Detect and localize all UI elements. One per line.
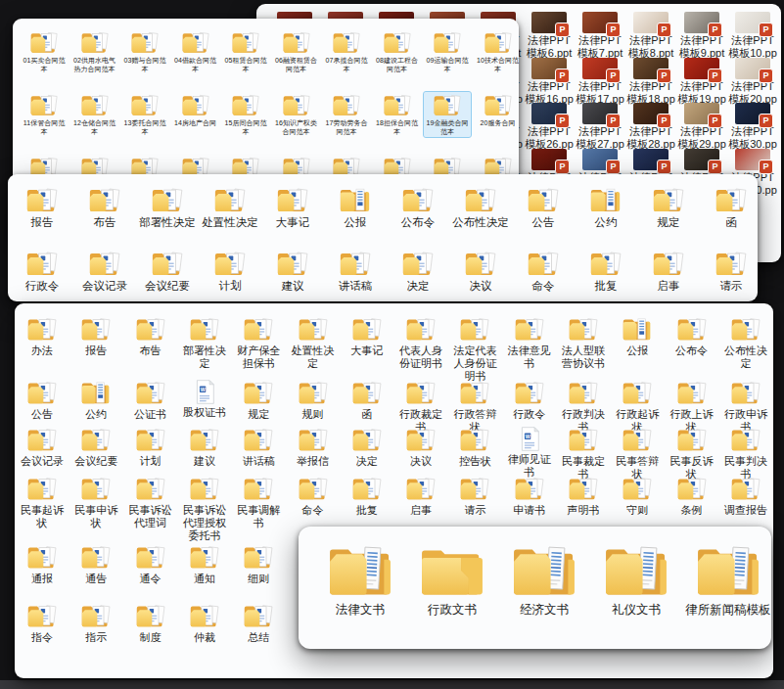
category-folder-item[interactable]: 律所新闻稿模板 [684,541,772,618]
folder-item[interactable]: 批复 [576,249,636,294]
folder-item[interactable]: 办法 [16,315,69,357]
folder-item[interactable]: 民事调解书 [232,475,285,529]
document-item[interactable]: W 律师见证书 [503,426,556,479]
folder-item[interactable]: 公报 [325,185,386,230]
folder-item[interactable]: 20服务合同 [475,92,522,128]
folder-item[interactable]: 会议记录 [16,426,69,468]
folder-item[interactable]: 10技术合同范本 [475,29,522,74]
folder-item[interactable]: 民事答辩状 [611,426,664,481]
folder-item[interactable]: 部署性决定 [178,315,231,370]
folder-item[interactable]: 04借款合同范本 [172,29,219,74]
folder-item[interactable]: 民事反诉状 [666,426,718,481]
folder-item[interactable]: 指令 [16,602,69,644]
folder-item[interactable]: 07承揽合同范本 [323,29,370,74]
folder-item[interactable]: 财产保全担保书 [232,315,285,370]
folder-item[interactable]: 通知 [178,543,231,585]
folder-item[interactable]: 启事 [394,475,447,517]
folder-item[interactable]: 命令 [287,475,340,517]
folder-item[interactable]: 民事诉讼代理授权委托书 [178,475,231,543]
folder-item[interactable]: 公报 [611,315,664,357]
folder-item[interactable]: 规则 [287,379,340,421]
folder-item[interactable]: 08建设工程合同范本 [374,29,421,74]
folder-item[interactable]: 处置性决定 [287,315,340,370]
folder-item[interactable]: 02供用水电气热力合同范本 [71,29,118,74]
folder-item[interactable]: 公布令 [666,315,718,357]
folder-item[interactable]: 公布性决定 [450,185,511,230]
folder-item[interactable]: 公布令 [388,185,448,230]
folder-item[interactable]: 启事 [638,249,699,294]
category-folder-item[interactable]: 经济文书 [500,541,588,618]
folder-item[interactable]: 通告 [69,543,122,585]
folder-item[interactable]: 公约 [69,379,122,421]
folder-item[interactable]: 民事裁定书 [557,426,610,481]
folder-item[interactable]: 14房地产合同 [172,92,219,128]
folder-item[interactable]: 请示 [701,249,761,294]
folder-item[interactable]: 建议 [262,249,323,294]
folder-item[interactable]: 16知识产权类合同范本 [273,92,320,137]
folder-item[interactable]: 法律意见书 [503,315,556,370]
folder-item[interactable]: 守则 [611,475,664,517]
folder-item[interactable]: 规定 [638,185,699,230]
folder-item[interactable]: 命令 [513,249,574,294]
folder-item[interactable]: 布告 [74,185,135,230]
folder-item[interactable]: 12仓储合同范本 [71,92,118,137]
folder-item[interactable]: 09运输合同范本 [424,29,471,74]
folder-item[interactable]: 公告 [16,379,69,421]
folder-item[interactable]: 报告 [12,185,72,230]
folder-item[interactable]: 控告状 [448,426,501,468]
folder-item[interactable]: 指示 [69,602,122,644]
folder-item[interactable]: 决议 [450,249,511,294]
folder-item[interactable]: 通令 [124,543,177,585]
taskbar[interactable] [0,680,784,689]
category-folder-item[interactable]: 行政文书 [408,541,496,618]
folder-item[interactable]: 计划 [124,426,177,468]
folder-item[interactable]: 讲话稿 [325,249,386,294]
folder-item[interactable]: 大事记 [262,185,323,230]
folder-item[interactable]: 06融资租赁合同范本 [273,29,320,74]
folder-item[interactable]: 11保管合同范本 [21,92,68,137]
folder-item[interactable]: 代表人身份证明书 [394,315,447,370]
folder-item[interactable]: 民事诉讼代理词 [124,475,177,529]
folder-item[interactable]: 行政令 [12,249,72,294]
folder-item[interactable]: 讲话稿 [232,426,285,468]
folder-item[interactable]: 民事起诉状 [16,475,69,529]
folder-item[interactable]: 决议 [394,426,447,468]
folder-item[interactable]: 公布性决定 [719,315,772,370]
folder-item[interactable]: 规定 [232,379,285,421]
folder-item[interactable]: 公证书 [124,379,177,421]
folder-item[interactable]: 批复 [341,475,393,517]
folder-item[interactable]: 条例 [666,475,718,517]
folder-item[interactable]: 18担保合同范本 [374,92,421,137]
folder-item[interactable]: 法定代表人身份证明书 [448,315,501,384]
category-folder-item[interactable]: 法律文书 [316,541,404,618]
folder-item[interactable]: 19金融类合同范本 [424,92,471,137]
category-folder-item[interactable]: 礼仪文书 [592,541,680,618]
folder-item[interactable]: 请示 [448,475,501,517]
folder-item[interactable]: 15居间合同范本 [222,92,269,137]
folder-item[interactable]: 函 [341,379,393,421]
folder-item[interactable]: 会议记录 [74,249,135,294]
folder-item[interactable]: 决定 [388,249,448,294]
folder-item[interactable]: 调查报告 [719,475,772,517]
folder-item[interactable]: 仲裁 [178,602,231,644]
folder-item[interactable]: 制度 [124,602,177,644]
folder-item[interactable]: 大事记 [341,315,393,357]
folder-item[interactable]: 处置性决定 [200,185,260,230]
folder-item[interactable]: 总结 [232,602,285,644]
folder-item[interactable]: 会议纪要 [69,426,122,468]
folder-item[interactable]: 法人型联营协议书 [557,315,610,370]
folder-item[interactable]: 01买卖合同范本 [21,29,68,74]
folder-item[interactable]: 03赠与合同范本 [121,29,168,74]
folder-item[interactable]: 部署性决定 [137,185,198,230]
folder-item[interactable]: 民事申诉状 [69,475,122,529]
folder-item[interactable]: 函 [701,185,761,230]
folder-item[interactable]: 计划 [200,249,260,294]
folder-item[interactable]: 民事判决书 [719,426,772,481]
folder-item[interactable]: 通报 [16,543,69,585]
folder-item[interactable]: 声明书 [557,475,610,517]
folder-item[interactable]: 布告 [124,315,177,357]
folder-item[interactable]: 行政令 [503,379,556,421]
folder-item[interactable]: 13委托合同范本 [121,92,168,137]
folder-item[interactable]: 公告 [513,185,574,230]
folder-item[interactable]: 17劳动劳务合同范本 [323,92,370,137]
